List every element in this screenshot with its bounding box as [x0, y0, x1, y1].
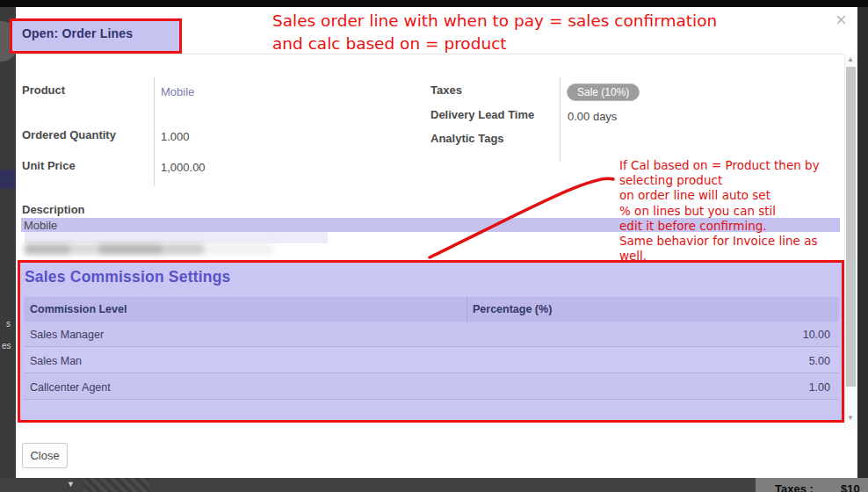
background-navy-fragment — [0, 170, 16, 189]
background-taxes-value: $10 — [841, 482, 860, 492]
annotation-side: If Cal based on = Product then by select… — [619, 158, 852, 264]
field-value-product[interactable]: Mobile — [161, 85, 194, 98]
scrollbar-thumb[interactable] — [846, 67, 856, 387]
column-divider — [467, 297, 467, 322]
field-label-ordered-quantity: Ordered Quantity — [22, 128, 116, 141]
annotation-side-line: Same behavior for Invoice line as — [619, 234, 852, 249]
annotation-side-line: % on lines but you can stil — [619, 204, 852, 219]
annotation-top-line1: Sales order line with when to pay = sale… — [272, 10, 843, 33]
modal-title-highlight-box: Open: Order Lines — [10, 18, 182, 54]
annotation-side-line: well. — [619, 249, 852, 264]
commission-level-cell: Sales Manager — [30, 329, 104, 341]
field-column-divider-left — [154, 77, 155, 186]
tax-badge[interactable]: Sale (10%) — [567, 83, 640, 101]
field-label-analytic-tags: Analytic Tags — [430, 132, 504, 145]
description-value: Mobile — [24, 219, 57, 232]
percentage-cell: 1.00 — [809, 381, 830, 394]
column-header-commission-level[interactable]: Commission Level — [30, 303, 127, 315]
commission-level-cell: Callcenter Agent — [30, 381, 111, 394]
column-header-percentage[interactable]: Percentage (%) — [473, 303, 552, 315]
description-selection-remnant — [25, 232, 328, 243]
background-bottom-bar: ▼ Taxes : $10 — [0, 478, 868, 492]
background-taxes-label: Taxes : — [775, 482, 814, 492]
background-taxes-row: Taxes : $10 — [756, 478, 868, 492]
annotation-side-line: selecting product — [619, 173, 852, 188]
commission-table-header: Commission Level Percentage (%) — [24, 297, 839, 322]
field-label-unit-price: Unit Price — [22, 159, 76, 172]
scrollbar-up-icon[interactable]: ▲ — [847, 55, 854, 63]
field-value-ordered-quantity: 1.000 — [161, 130, 190, 143]
field-label-delivery-lead-time: Delivery Lead Time — [430, 108, 534, 121]
background-left-strip: s es — [0, 7, 16, 492]
background-hatched-block — [83, 478, 149, 492]
percentage-cell: 5.00 — [809, 355, 830, 367]
field-column-divider-right — [560, 77, 561, 162]
annotation-top: Sales order line with when to pay = sale… — [272, 10, 843, 55]
annotation-side-line: on order line will auto set — [619, 188, 852, 203]
table-row[interactable]: Callcenter Agent 1.00 — [24, 374, 839, 400]
caret-down-icon: ▼ — [67, 480, 75, 488]
field-value-unit-price: 1,000.00 — [161, 161, 206, 174]
field-label-taxes: Taxes — [430, 83, 462, 97]
background-text-fragment: es — [2, 341, 11, 351]
table-row[interactable]: Sales Man 5.00 — [24, 348, 839, 373]
annotation-top-line2: and calc based on = product — [272, 33, 843, 55]
field-label-product: Product — [22, 83, 65, 97]
annotation-side-line: If Cal based on = Product then by — [619, 158, 852, 173]
commission-level-cell: Sales Man — [30, 355, 82, 367]
description-redacted-text — [25, 243, 273, 255]
annotation-arrow-line — [422, 171, 624, 266]
commission-section-title: Sales Commission Settings — [25, 268, 231, 286]
description-label: Description — [22, 203, 85, 216]
page: s es Open: Order Lines × Sales order lin… — [0, 0, 868, 492]
modal-title: Open: Order Lines — [22, 26, 133, 40]
scrollbar-down-icon[interactable]: ▼ — [847, 414, 854, 422]
background-right-strip — [857, 7, 868, 492]
field-value-delivery-lead-time: 0.00 days — [568, 110, 617, 123]
background-text-fragment: s — [6, 319, 11, 329]
table-row[interactable]: Sales Manager 10.00 — [24, 322, 839, 347]
close-button[interactable]: Close — [22, 443, 68, 468]
top-black-bar — [0, 0, 868, 7]
annotation-side-line: edit it before confirming. — [619, 219, 852, 234]
percentage-cell: 10.00 — [803, 329, 830, 341]
